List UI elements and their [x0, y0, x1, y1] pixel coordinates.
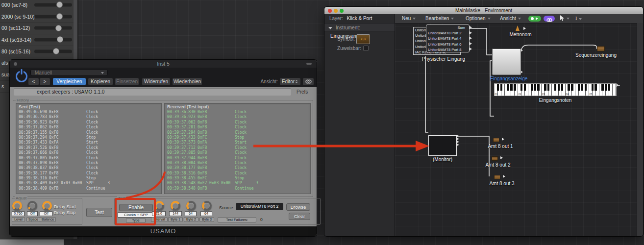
byte1-knob[interactable]: [171, 201, 180, 211]
black-key[interactable]: [568, 84, 570, 91]
plugin-titlebar[interactable]: Inst 5: [10, 60, 317, 68]
test-button[interactable]: Test: [86, 208, 112, 217]
level-knob[interactable]: [12, 201, 22, 211]
black-key[interactable]: [578, 84, 580, 91]
black-key[interactable]: [554, 84, 556, 91]
black-key[interactable]: [507, 84, 509, 91]
type-dropdown[interactable]: Clocks + SPP: [118, 212, 154, 218]
byte2-knob[interactable]: [186, 201, 196, 211]
instrument-row[interactable]: Instrument: Eingangsanzeige: [324, 23, 395, 31]
slider-thumb[interactable]: [56, 1, 63, 8]
black-key[interactable]: [585, 84, 587, 91]
environment-canvas[interactable]: Neu Bearbeiten Optionen Ansicht I: [395, 14, 643, 236]
balance-knob[interactable]: [42, 201, 52, 211]
byte3-value[interactable]: 64: [200, 211, 212, 216]
amt-out-1-icon[interactable]: [493, 138, 499, 142]
monitor-object[interactable]: [428, 135, 457, 156]
byte1-value[interactable]: 144: [169, 211, 182, 216]
slider-track[interactable]: [34, 26, 72, 30]
pointer-tool[interactable]: [560, 14, 570, 23]
compare-button[interactable]: Vergleichen: [53, 78, 86, 85]
byte3-knob[interactable]: [202, 201, 212, 211]
balance-value[interactable]: Off: [40, 211, 52, 216]
black-key[interactable]: [531, 84, 533, 91]
interval-knob[interactable]: [154, 201, 164, 211]
assignable-checkbox[interactable]: [363, 46, 369, 51]
black-key[interactable]: [558, 84, 560, 91]
level-value[interactable]: 0.760: [12, 211, 25, 216]
black-key[interactable]: [547, 84, 549, 91]
black-key[interactable]: [594, 84, 596, 91]
clear-button[interactable]: Clear: [289, 213, 310, 220]
black-key[interactable]: [497, 84, 499, 91]
black-key[interactable]: [534, 84, 536, 91]
slider-thumb[interactable]: [53, 48, 59, 54]
black-key[interactable]: [514, 84, 516, 91]
prev-preset-button[interactable]: <: [28, 78, 39, 85]
prefs-button[interactable]: Prefs: [297, 88, 308, 96]
received-log-panel[interactable]: Received (Test Input) 00:39:36.8300xF8Cl…: [164, 103, 311, 194]
black-key[interactable]: [544, 84, 546, 91]
physical-input-front[interactable]: SumUnitor8/AMT8 Port 2Unitor8/AMT8 Port …: [426, 24, 470, 52]
link-mode-button[interactable]: [544, 16, 555, 22]
amt-out-2-icon[interactable]: [492, 156, 498, 161]
space-value[interactable]: Off: [27, 211, 38, 216]
slider-track[interactable]: [34, 3, 72, 6]
black-key[interactable]: [500, 84, 502, 91]
metronome-icon[interactable]: [516, 25, 520, 31]
copy-button[interactable]: Kopieren: [88, 78, 113, 85]
menu-neu[interactable]: Neu: [402, 14, 416, 23]
delay-start-toggle[interactable]: Delay Start: [54, 204, 76, 209]
slider-track[interactable]: [34, 38, 72, 41]
undo-button[interactable]: Widerrufen: [142, 78, 170, 85]
link-icon[interactable]: [303, 78, 314, 85]
black-key[interactable]: [581, 84, 583, 91]
byte2-value[interactable]: 64: [185, 211, 197, 216]
next-preset-button[interactable]: >: [40, 78, 50, 85]
black-key[interactable]: [608, 84, 610, 91]
black-key[interactable]: [520, 84, 522, 91]
layer-row[interactable]: Layer: Klick & Port: [324, 14, 395, 23]
text-tool[interactable]: I: [575, 14, 582, 23]
slider-thumb[interactable]: [55, 25, 62, 31]
black-key[interactable]: [592, 84, 594, 91]
midi-monitor-button[interactable]: [528, 16, 541, 22]
history-row: 00:39:37.0620xF8Clock: [165, 120, 310, 125]
slider-thumb[interactable]: [56, 13, 63, 20]
black-key[interactable]: [537, 84, 539, 91]
view-dropdown[interactable]: Editor: [280, 78, 300, 85]
enable-button[interactable]: Enable: [119, 204, 153, 211]
canvas-scrollbar[interactable]: [637, 23, 643, 236]
keyboard-object[interactable]: C1C2C3C4C5: [494, 83, 617, 96]
sent-log-panel[interactable]: Sent (Test) 00:39:36.6900xF8Clock00:39:3…: [16, 103, 162, 194]
slider-track[interactable]: [34, 15, 72, 18]
input-display-object[interactable]: [493, 49, 520, 74]
menu-optionen[interactable]: Optionen: [466, 14, 491, 23]
black-key[interactable]: [571, 84, 573, 91]
paste-button[interactable]: Einsetzen: [115, 78, 139, 85]
space-knob[interactable]: [27, 201, 37, 211]
menu-ansicht[interactable]: Ansicht: [500, 14, 521, 23]
disclosure-triangle-icon[interactable]: [328, 27, 332, 29]
slider-track[interactable]: [34, 49, 72, 53]
white-key[interactable]: [613, 84, 616, 96]
symbol-icon[interactable]: ♪♫: [356, 34, 370, 44]
power-icon[interactable]: [16, 71, 27, 82]
preset-dropdown[interactable]: Manuell: [30, 69, 108, 76]
black-key[interactable]: [601, 84, 603, 91]
black-key[interactable]: [605, 84, 607, 91]
browse-button[interactable]: Browse: [286, 203, 310, 211]
environment-titlebar[interactable]: MainMaske - Environment: [324, 7, 643, 14]
slider-thumb[interactable]: [57, 36, 63, 43]
sequencer-input-icon[interactable]: [597, 46, 605, 51]
black-key[interactable]: [561, 84, 563, 91]
interval-value[interactable]: 25.0: [152, 211, 166, 216]
window-options-icon[interactable]: [306, 63, 312, 65]
menu-bearbeiten[interactable]: Bearbeiten: [425, 14, 454, 23]
black-key[interactable]: [510, 84, 512, 91]
delay-stop-toggle[interactable]: Delay Stop: [54, 210, 75, 215]
source-dropdown[interactable]: Unitor8/AMT8 Port 2: [236, 203, 283, 210]
redo-button[interactable]: Wiederholen: [173, 78, 202, 85]
amt-out-3-icon[interactable]: [494, 175, 500, 179]
black-key[interactable]: [524, 84, 526, 91]
